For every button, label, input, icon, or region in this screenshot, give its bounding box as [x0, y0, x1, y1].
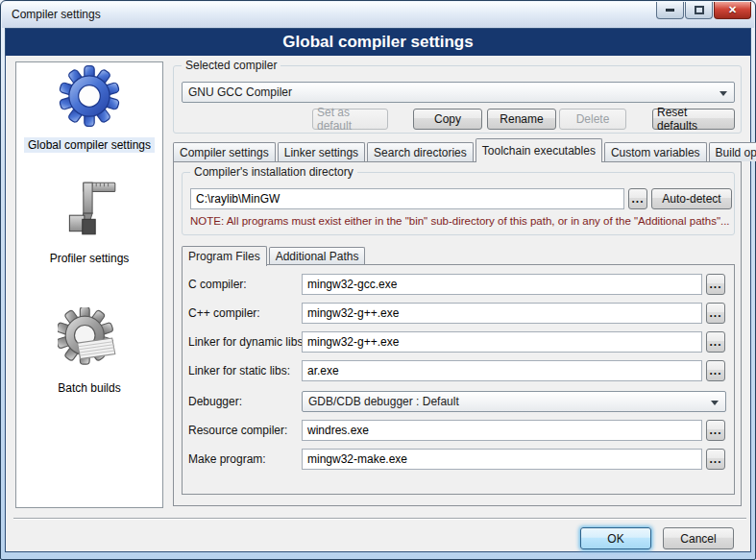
cpp-compiler-input[interactable] — [302, 303, 702, 324]
close-icon: ✕ — [728, 4, 737, 16]
field-label-c-compiler: C compiler: — [188, 278, 247, 291]
compiler-settings-window: Compiler settings ✕ Global compiler sett… — [0, 0, 756, 560]
static-linker-browse-button[interactable]: ... — [706, 360, 725, 381]
footer-separator — [13, 518, 746, 520]
c-compiler-input[interactable] — [302, 274, 702, 295]
titlebar[interactable]: Compiler settings ✕ — [2, 2, 754, 28]
field-label-resource-compiler: Resource compiler: — [188, 424, 287, 437]
compiler-select-value: GNU GCC Compiler — [188, 85, 292, 99]
close-button[interactable]: ✕ — [714, 2, 751, 19]
dialog-client-area: Global compiler settings Global compiler… — [5, 28, 751, 552]
make-program-input[interactable] — [302, 449, 702, 470]
debugger-select-value: GDB/CDB debugger : Default — [308, 395, 459, 408]
chevron-down-icon — [711, 401, 719, 405]
chevron-down-icon — [719, 91, 727, 96]
install-dir-input[interactable] — [190, 188, 624, 209]
set-as-default-button[interactable]: Set as default — [312, 109, 388, 130]
installation-directory-group-label: Compiler's installation directory — [190, 165, 357, 179]
minimize-button[interactable] — [656, 2, 684, 19]
compiler-select[interactable]: GNU GCC Compiler — [182, 82, 735, 103]
delete-button[interactable]: Delete — [559, 109, 626, 130]
maximize-icon — [695, 6, 704, 14]
dynamic-linker-browse-button[interactable]: ... — [706, 331, 725, 353]
window-title: Compiler settings — [12, 8, 101, 21]
tab-custom-variables[interactable]: Custom variables — [604, 142, 707, 161]
tab-toolchain-executables[interactable]: Toolchain executables — [476, 138, 602, 162]
dialog-header: Global compiler settings — [6, 29, 750, 56]
rename-button[interactable]: Rename — [487, 109, 556, 130]
toolchain-executables-panel: Compiler's installation directory ... Au… — [173, 161, 742, 506]
cancel-button[interactable]: Cancel — [663, 527, 734, 549]
sidebar-item-global-compiler-settings[interactable]: Global compiler settings — [16, 64, 162, 153]
sidebar-item-profiler-settings[interactable]: Profiler settings — [16, 178, 162, 266]
maximize-button[interactable] — [685, 2, 713, 19]
tab-build-options[interactable]: Build options — [709, 142, 756, 161]
settings-category-list: Global compiler settings Profiler settin… — [15, 61, 163, 508]
sidebar-item-label: Global compiler settings — [24, 137, 155, 153]
tab-linker-settings[interactable]: Linker settings — [278, 142, 365, 161]
settings-tabbar: Compiler settings Linker settings Search… — [173, 137, 742, 161]
resource-compiler-input[interactable] — [302, 420, 702, 441]
field-label-make-program: Make program: — [188, 452, 266, 466]
auto-detect-button[interactable]: Auto-detect — [651, 188, 732, 209]
cpp-compiler-browse-button[interactable]: ... — [706, 303, 725, 324]
field-label-static-linker: Linker for static libs: — [188, 364, 290, 377]
field-label-debugger: Debugger: — [188, 395, 242, 408]
window-controls: ✕ — [655, 2, 751, 19]
reset-defaults-button[interactable]: Reset defaults — [652, 109, 735, 130]
field-label-cpp-compiler: C++ compiler: — [188, 306, 260, 320]
c-compiler-browse-button[interactable]: ... — [706, 274, 725, 295]
gray-gear-icon — [58, 307, 121, 371]
dynamic-linker-input[interactable] — [302, 331, 702, 353]
field-label-dynamic-linker: Linker for dynamic libs: — [188, 335, 306, 349]
install-dir-browse-button[interactable]: ... — [628, 188, 647, 209]
blue-gear-icon — [58, 64, 121, 128]
sidebar-item-label: Profiler settings — [46, 251, 134, 266]
page-title: Global compiler settings — [282, 33, 473, 52]
program-files-tabbar: Program Files Additional Paths — [182, 245, 735, 265]
sidebar-item-label: Batch builds — [54, 380, 124, 396]
static-linker-input[interactable] — [302, 360, 702, 381]
copy-button[interactable]: Copy — [413, 109, 482, 130]
install-dir-note: NOTE: All programs must exist either in … — [190, 215, 732, 227]
tab-search-directories[interactable]: Search directories — [367, 142, 474, 161]
debugger-select[interactable]: GDB/CDB debugger : Default — [302, 391, 726, 412]
selected-compiler-group-label: Selected compiler — [182, 59, 280, 72]
resource-compiler-browse-button[interactable]: ... — [706, 420, 725, 441]
caliper-icon — [58, 178, 121, 241]
subtab-program-files[interactable]: Program Files — [182, 246, 267, 266]
ok-button[interactable]: OK — [580, 527, 651, 549]
make-program-browse-button[interactable]: ... — [706, 449, 725, 470]
sidebar-item-batch-builds[interactable]: Batch builds — [16, 307, 162, 396]
tab-compiler-settings[interactable]: Compiler settings — [173, 142, 276, 161]
subtab-additional-paths[interactable]: Additional Paths — [269, 247, 366, 265]
minimize-icon — [666, 9, 674, 12]
installation-directory-group: Compiler's installation directory ... Au… — [182, 172, 735, 235]
program-files-panel: C compiler: ... C++ compiler: ... Linker… — [182, 264, 735, 495]
selected-compiler-group: Selected compiler GNU GCC Compiler Set a… — [173, 65, 742, 134]
